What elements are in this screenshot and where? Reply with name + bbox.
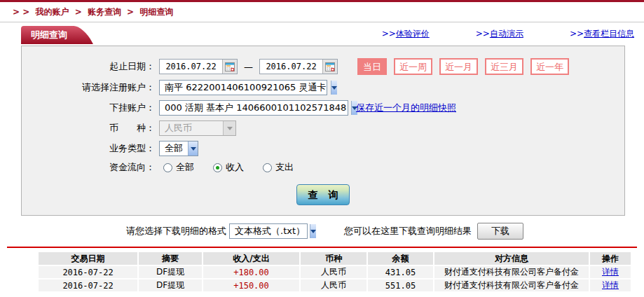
cell-trade-date: 2016-07-22 xyxy=(39,279,137,291)
business-type-label: 业务类型： xyxy=(22,142,155,155)
breadcrumb-separator: > xyxy=(75,7,82,17)
download-format-select[interactable]: 文本格式（.txt） xyxy=(229,223,308,239)
radio-button-icon[interactable] xyxy=(263,163,272,172)
start-date-input[interactable] xyxy=(160,60,222,74)
dropdown-arrow-icon xyxy=(223,121,235,135)
query-form-panel: 起止日期： — xyxy=(21,46,625,216)
header-income-expense: 收入/支出 xyxy=(203,252,299,265)
detail-link[interactable]: 详情 xyxy=(602,280,619,290)
dropdown-arrow-icon[interactable] xyxy=(188,141,198,156)
cell-balance: 551.05 xyxy=(368,279,433,291)
quick-range-3months-button[interactable]: 近三月 xyxy=(485,58,523,75)
download-format-label: 请您选择下载明细的格式 xyxy=(126,225,226,237)
date-range-label: 起止日期： xyxy=(22,60,155,73)
download-button[interactable]: 下载 xyxy=(477,223,523,240)
header-summary: 摘要 xyxy=(139,252,202,265)
header-balance: 余额 xyxy=(368,252,433,265)
link-experience-rating[interactable]: >>体验评价 xyxy=(382,28,430,40)
sub-account-label: 下挂账户： xyxy=(22,102,155,114)
sub-account-row: 下挂账户： 000 活期 基本户 1406600101102571848 保存近… xyxy=(22,100,624,116)
calendar-icon xyxy=(225,62,235,71)
header-trade-date: 交易日期 xyxy=(39,252,137,265)
detail-link[interactable]: 详情 xyxy=(602,267,619,277)
cell-summary: DF提现 xyxy=(139,279,202,291)
registered-account-label: 请选择注册账户： xyxy=(22,81,155,94)
calendar-icon xyxy=(325,62,335,71)
dropdown-arrow-icon[interactable] xyxy=(310,224,316,238)
quick-range-today-button[interactable]: 当日 xyxy=(357,58,387,75)
tab-detail-query[interactable]: 明细查询 xyxy=(21,26,74,44)
tab-row: 明细查询 >>体验评价 >>自动演示 >>查看栏目信息 xyxy=(0,22,644,44)
fund-flow-option-all[interactable]: 全部 xyxy=(163,161,194,174)
cell-counterparty: 财付通支付科技有限公司客户备付金 xyxy=(434,266,589,278)
date-range-row: 起止日期： — xyxy=(22,58,624,75)
dropdown-arrow-icon[interactable] xyxy=(331,81,337,95)
cell-currency: 人民币 xyxy=(301,266,366,278)
query-button[interactable]: 查 询 xyxy=(296,184,350,205)
transaction-table: 交易日期 摘要 收入/支出 币种 余额 对方信息 操作 2016-07-22 D… xyxy=(37,251,632,293)
currency-select: 人民币 xyxy=(159,120,236,136)
radio-button-icon[interactable] xyxy=(213,163,222,172)
fund-flow-option-income[interactable]: 收入 xyxy=(213,161,244,174)
business-type-row: 业务类型： 全部 xyxy=(22,141,624,156)
header-action: 操作 xyxy=(590,252,631,265)
download-hint-label: 您可以在这里下载查询明细结果 xyxy=(344,225,472,237)
start-date-calendar-button[interactable] xyxy=(222,60,237,74)
save-monthly-snapshot-link[interactable]: 保存近一个月的明细快照 xyxy=(356,102,456,114)
breadcrumb-prefix: > > xyxy=(13,7,29,17)
fund-flow-radio-group: 全部 收入 支出 xyxy=(163,161,294,174)
currency-label: 币 种： xyxy=(22,122,155,134)
cell-balance: 431.05 xyxy=(368,266,433,278)
cell-amount: +150.00 xyxy=(203,279,299,291)
table-row: 2016-07-22 DF提现 +150.00 人民币 551.05 财付通支付… xyxy=(39,279,631,291)
quick-range-group: 当日 近一周 近一月 近三月 近一年 xyxy=(357,58,569,75)
end-date-calendar-button[interactable] xyxy=(322,60,337,74)
radio-button-icon[interactable] xyxy=(163,163,172,172)
fund-flow-row: 资金流向： 全部 收入 支出 xyxy=(22,161,624,174)
header-currency: 币种 xyxy=(301,252,366,265)
cell-summary: DF提现 xyxy=(139,266,202,278)
quick-range-week-button[interactable]: 近一周 xyxy=(394,58,432,75)
breadcrumb-item-my-account[interactable]: 我的账户 xyxy=(35,7,69,17)
start-date-field[interactable] xyxy=(159,59,238,74)
cell-currency: 人民币 xyxy=(301,279,366,291)
header-counterparty: 对方信息 xyxy=(434,252,589,265)
breadcrumb: > > 我的账户 > 账务查询 > 明细查询 xyxy=(0,2,644,22)
fund-flow-label: 资金流向： xyxy=(22,161,155,174)
quick-range-month-button[interactable]: 近一月 xyxy=(439,58,478,75)
breadcrumb-item-detail-query[interactable]: 明细查询 xyxy=(139,7,173,17)
currency-row: 币 种： 人民币 xyxy=(22,120,624,136)
cell-trade-date: 2016-07-22 xyxy=(39,266,137,278)
registered-account-select[interactable]: 南平 6222001406100921065 灵通卡 xyxy=(159,80,327,95)
top-links: >>体验评价 >>自动演示 >>查看栏目信息 xyxy=(382,28,644,44)
quick-range-year-button[interactable]: 近一年 xyxy=(530,58,569,75)
fund-flow-option-expense[interactable]: 支出 xyxy=(263,161,294,174)
cell-counterparty: 财付通支付科技有限公司客户备付金 xyxy=(434,279,589,291)
table-divider-line xyxy=(7,247,637,248)
sub-account-select[interactable]: 000 活期 基本户 1406600101102571848 xyxy=(159,100,348,116)
table-header-row: 交易日期 摘要 收入/支出 币种 余额 对方信息 操作 xyxy=(39,252,631,265)
end-date-field[interactable] xyxy=(259,59,338,74)
end-date-input[interactable] xyxy=(260,60,322,74)
cell-amount: +180.00 xyxy=(203,266,299,278)
breadcrumb-separator: > xyxy=(127,7,134,17)
table-row: 2016-07-22 DF提现 +180.00 人民币 431.05 财付通支付… xyxy=(39,266,631,278)
breadcrumb-item-account-query[interactable]: 账务查询 xyxy=(88,7,121,17)
registered-account-row: 请选择注册账户： 南平 6222001406100921065 灵通卡 xyxy=(22,80,624,95)
business-type-select[interactable]: 全部 xyxy=(159,141,198,156)
link-auto-demo[interactable]: >>自动演示 xyxy=(476,28,523,40)
link-view-column-info[interactable]: >>查看栏目信息 xyxy=(570,28,634,40)
download-row: 请您选择下载明细的格式 文本格式（.txt） 您可以在这里下载查询明细结果 下载 xyxy=(0,222,644,240)
date-range-dash: — xyxy=(244,62,253,72)
